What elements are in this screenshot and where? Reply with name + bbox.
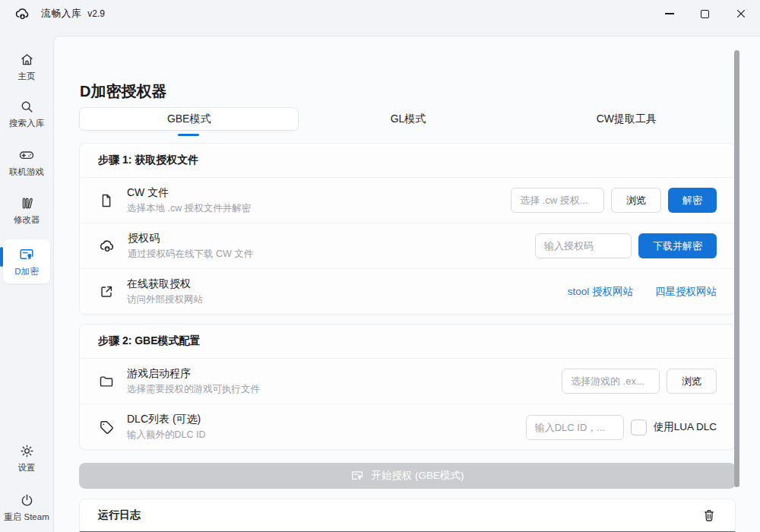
start-authorize-label: 开始授权 (GBE模式)	[371, 469, 464, 483]
gear-icon	[19, 443, 35, 459]
cw-browse-button[interactable]: 浏览	[611, 188, 661, 213]
auth-code-row: 授权码 通过授权码在线下载 CW 文件 下载并解密	[80, 223, 735, 269]
close-button[interactable]	[723, 0, 758, 27]
tag-icon	[98, 419, 115, 435]
game-exe-row: 游戏启动程序 选择需要授权的游戏可执行文件 浏览	[80, 359, 735, 404]
cw-file-title: CW 文件	[127, 186, 251, 200]
game-exe-title: 游戏启动程序	[127, 367, 260, 381]
download-decrypt-button[interactable]: 下载并解密	[638, 233, 717, 258]
certificate-icon	[18, 246, 35, 263]
folder-icon	[98, 373, 115, 390]
game-exe-input[interactable]	[562, 369, 660, 394]
use-lua-dlc-checkbox[interactable]	[631, 420, 647, 435]
sidebar: 主页 搜索入库 联机游戏 修改器 D加密	[0, 27, 53, 532]
window-controls	[651, 0, 758, 27]
game-exe-subtitle: 选择需要授权的游戏可执行文件	[127, 383, 260, 396]
tab-gl-mode[interactable]: GL模式	[299, 107, 517, 131]
dlc-list-row: DLC列表 (可选) 输入额外的DLC ID 使用LUA DLC	[80, 404, 735, 450]
app-logo-cloud-download-icon	[14, 5, 30, 22]
clear-log-button[interactable]	[701, 508, 717, 523]
log-card: 运行日志	[79, 499, 736, 532]
sidebar-item-label: 联机游戏	[9, 166, 44, 178]
step1-header: 步骤 1: 获取授权文件	[80, 144, 735, 178]
cw-file-input[interactable]	[511, 188, 604, 213]
stool-auth-link[interactable]: stool 授权网站	[568, 285, 633, 299]
minimize-button[interactable]	[651, 0, 687, 27]
sidebar-item-label: 修改器	[14, 214, 40, 226]
titlebar: 流畅入库 v2.9	[0, 0, 760, 27]
log-title: 运行日志	[98, 508, 141, 522]
auth-code-input[interactable]	[535, 233, 632, 258]
sidebar-item-search[interactable]: 搜索入库	[3, 92, 50, 135]
gamepad-icon	[18, 147, 35, 163]
sidebar-item-label: 主页	[18, 71, 36, 82]
start-authorize-button[interactable]: 开始授权 (GBE模式)	[79, 463, 736, 489]
auth-code-title: 授权码	[128, 232, 253, 245]
sidebar-item-settings[interactable]: 设置	[3, 436, 50, 480]
app-title: 流畅入库	[41, 7, 81, 21]
sliders-icon	[19, 195, 35, 211]
trash-icon	[701, 508, 717, 523]
active-tab-indicator	[178, 134, 199, 136]
home-icon	[19, 52, 35, 68]
tab-cw-extract[interactable]: CW提取工具	[518, 107, 736, 131]
auth-code-subtitle: 通过授权码在线下载 CW 文件	[128, 248, 253, 261]
minimize-icon	[665, 13, 674, 14]
sidebar-item-label: D加密	[14, 266, 38, 277]
dlc-id-input[interactable]	[526, 415, 624, 440]
sidebar-item-modifier[interactable]: 修改器	[3, 188, 50, 232]
cw-decrypt-button[interactable]: 解密	[668, 188, 717, 213]
scrollbar-thumb[interactable]	[734, 50, 739, 487]
maximize-icon	[701, 10, 709, 18]
app-version: v2.9	[87, 8, 105, 19]
online-auth-subtitle: 访问外部授权网站	[127, 293, 203, 306]
page-title: D加密授权器	[80, 81, 166, 102]
main-panel: D加密授权器 GBE模式 GL模式 CW提取工具 步骤 1: 获取授权文件 CW…	[53, 36, 760, 532]
cw-file-row: CW 文件 选择本地 .cw 授权文件并解密 浏览 解密	[80, 178, 735, 223]
sidebar-item-label: 设置	[18, 462, 36, 473]
cw-file-subtitle: 选择本地 .cw 授权文件并解密	[127, 202, 251, 215]
online-auth-title: 在线获取授权	[127, 277, 203, 291]
tab-bar: GBE模式 GL模式 CW提取工具	[79, 107, 736, 131]
dlc-list-subtitle: 输入额外的DLC ID	[127, 429, 205, 442]
certificate-icon	[350, 469, 364, 483]
fourstar-auth-link[interactable]: 四星授权网站	[655, 285, 717, 299]
step1-card: 步骤 1: 获取授权文件 CW 文件 选择本地 .cw 授权文件并解密 浏览 解…	[79, 143, 736, 315]
online-auth-row: 在线获取授权 访问外部授权网站 stool 授权网站 四星授权网站	[80, 269, 735, 315]
close-icon	[735, 8, 747, 20]
sidebar-item-home[interactable]: 主页	[3, 45, 50, 88]
sidebar-item-restart-steam[interactable]: 重启 Steam	[3, 486, 50, 529]
sidebar-item-dencrypt[interactable]: D加密	[3, 239, 50, 283]
power-icon	[19, 492, 35, 508]
step2-card: 步骤 2: GBE模式配置 游戏启动程序 选择需要授权的游戏可执行文件 浏览	[79, 324, 736, 450]
dlc-list-title: DLC列表 (可选)	[127, 413, 205, 426]
search-icon	[19, 99, 35, 115]
step2-header: 步骤 2: GBE模式配置	[80, 325, 735, 359]
use-lua-dlc-label: 使用LUA DLC	[654, 420, 717, 434]
external-link-icon	[98, 283, 115, 300]
tab-gbe-mode[interactable]: GBE模式	[79, 107, 299, 131]
sidebar-item-online-games[interactable]: 联机游戏	[3, 140, 50, 184]
maximize-button[interactable]	[687, 0, 723, 27]
sidebar-item-label: 重启 Steam	[4, 511, 49, 523]
sidebar-item-label: 搜索入库	[9, 118, 44, 129]
exe-browse-button[interactable]: 浏览	[667, 369, 717, 394]
cloud-download-icon	[98, 237, 116, 255]
file-icon	[98, 192, 115, 209]
